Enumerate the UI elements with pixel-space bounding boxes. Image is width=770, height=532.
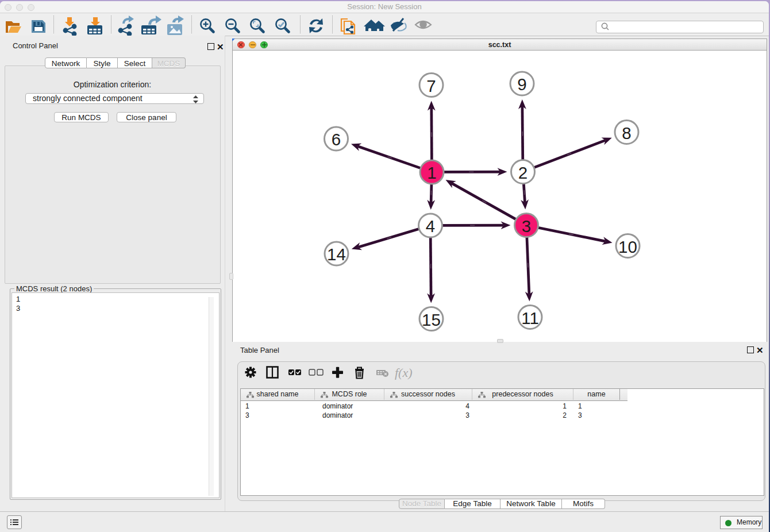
svg-text:8: 8 — [622, 124, 631, 142]
svg-text:1: 1 — [427, 163, 436, 182]
svg-text:15: 15 — [422, 310, 441, 329]
svg-text:f(x): f(x) — [395, 365, 413, 380]
svg-text:3: 3 — [521, 217, 530, 236]
svg-text:4: 4 — [425, 217, 434, 236]
svg-text:7: 7 — [426, 76, 436, 95]
svg-text:6: 6 — [331, 130, 340, 149]
svg-text:11: 11 — [521, 309, 539, 327]
svg-text:9: 9 — [517, 75, 526, 94]
svg-text:14: 14 — [327, 245, 346, 264]
svg-text:2: 2 — [518, 163, 527, 182]
svg-text:10: 10 — [618, 237, 637, 256]
